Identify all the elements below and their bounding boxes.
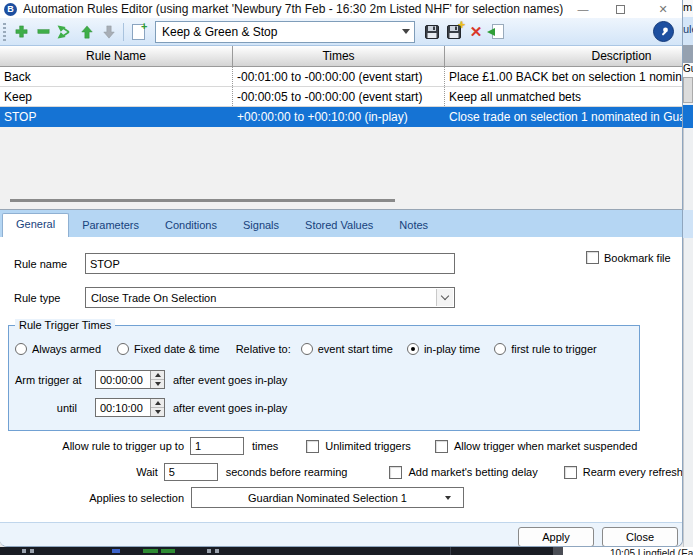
arm-trigger-at-label: Arm trigger at [15,374,95,386]
table-row-stop-selected[interactable]: STOP +00:00:00 to +00:10:00 (in-play) Cl… [0,107,683,127]
add-rule-icon[interactable] [10,21,32,43]
column-header-description[interactable]: Description [445,46,683,66]
rearm-refresh-checkbox[interactable] [564,466,577,479]
background-market-label: 10:05 Lingfield (Each Way) [563,547,693,555]
tab-stored-values[interactable]: Stored Values [292,215,386,237]
radio-icon-checked[interactable] [407,343,419,355]
until-time-value[interactable] [96,402,146,414]
spin-up-icon[interactable] [151,399,164,407]
strip-mark [30,549,34,553]
general-tab-panel: Rule name Bookmark file Rule type Close … [0,237,683,522]
until-suffix: after event goes in-play [173,402,287,414]
rule-type-label: Rule type [14,292,85,304]
table-row-back[interactable]: Back -00:01:00 to -00:00:00 (event start… [0,67,683,87]
rule-trigger-times-group: Rule Trigger Times Always armed Fixed da… [8,325,640,431]
toolbar-separator [123,23,124,41]
import-icon[interactable] [487,21,509,43]
minimize-button[interactable]: — [576,3,590,15]
background-ladder-strip [0,547,553,555]
duplicate-rule-icon[interactable] [54,21,76,43]
save-as-icon[interactable]: + [443,21,465,43]
betting-delay-checkbox-item[interactable]: Add market's betting delay [389,466,537,479]
arm-trigger-suffix: after event goes in-play [173,374,287,386]
tab-parameters[interactable]: Parameters [69,215,152,237]
strip-mark-green [143,549,158,553]
column-header-rule-name[interactable]: Rule Name [0,46,233,66]
chevron-down-icon[interactable] [436,289,453,306]
background-menu-fragment: m [683,0,693,17]
pin-window-icon[interactable] [653,21,674,42]
unlimited-triggers-checkbox-item[interactable]: Unlimited triggers [306,440,411,453]
rule-type-dropdown[interactable]: Close Trade On Selection [85,287,455,308]
spin-up-icon[interactable] [151,371,164,379]
allow-trigger-suspended-checkbox[interactable] [435,440,448,453]
radio-event-start-time[interactable]: event start time [301,343,393,355]
rules-table-header: Rule Name Times Description [0,46,683,67]
tab-conditions[interactable]: Conditions [152,215,230,237]
betting-delay-checkbox[interactable] [389,466,402,479]
tab-signals[interactable]: Signals [230,215,292,237]
radio-always-armed[interactable]: Always armed [15,343,101,355]
chevron-down-icon [402,29,410,34]
horizontal-scrollbar-thumb[interactable] [10,199,395,202]
table-row-keep[interactable]: Keep -00:00:05 to -00:00:00 (event start… [0,87,683,107]
until-time-spinner[interactable] [95,398,165,417]
rearm-refresh-checkbox-item[interactable]: Rearm every refresh [564,466,683,479]
trigger-limit-input[interactable] [190,437,244,455]
checkbox-label: Allow trigger when market suspended [454,440,637,452]
chevron-down-icon [445,496,451,500]
radio-icon[interactable] [15,343,27,355]
allow-trigger-suspended-checkbox-item[interactable]: Allow trigger when market suspended [435,440,637,453]
trigger-limit-suffix: times [252,440,278,452]
save-file-icon[interactable] [421,21,443,43]
arm-trigger-time-value[interactable] [96,374,146,386]
ruleset-combo[interactable]: Keep & Green & Stop [155,21,415,43]
background-toolbar-fragment: ule [683,17,693,45]
strip-mark [215,549,219,553]
automation-rules-editor-window: B Automation Rules Editor (using market … [0,0,683,547]
window-title: Automation Rules Editor (using market 'N… [23,2,563,16]
strip-mark [22,549,26,553]
title-bar[interactable]: B Automation Rules Editor (using market … [0,0,682,18]
ruleset-combo-value: Keep & Green & Stop [156,25,277,39]
move-down-icon[interactable] [98,21,120,43]
footer-bar: Apply Close [0,522,683,547]
radio-fixed-date-time[interactable]: Fixed date & time [117,343,220,355]
tab-notes[interactable]: Notes [386,215,441,237]
tab-general[interactable]: General [2,213,69,237]
arm-trigger-time-spinner[interactable] [95,370,165,389]
wait-seconds-input[interactable] [164,463,218,481]
apply-button[interactable]: Apply [518,527,594,547]
rules-table: Rule Name Times Description Back -00:01:… [0,46,683,210]
spin-down-icon[interactable] [151,379,164,388]
radio-in-play-time[interactable]: in-play time [407,343,480,355]
background-tabstrip-fragment [683,210,693,238]
maximize-button[interactable] [616,5,625,14]
column-header-times[interactable]: Times [233,46,445,66]
radio-first-rule-to-trigger[interactable]: first rule to trigger [494,343,597,355]
radio-icon[interactable] [117,343,129,355]
strip-mark [207,549,211,553]
cell-rule-name: Back [0,67,233,86]
radio-icon[interactable] [301,343,313,355]
app-icon: B [4,3,17,16]
delete-file-icon[interactable]: ✕ [465,21,487,43]
checkbox-label: Unlimited triggers [325,440,411,452]
unlimited-triggers-checkbox[interactable] [306,440,319,453]
bookmark-file-label: Bookmark file [604,252,671,264]
move-up-icon[interactable] [76,21,98,43]
background-market-text: 10:05 Lingfield (Each Way) [610,548,693,555]
until-label: until [15,402,95,414]
rule-name-input[interactable] [85,253,455,274]
cell-times: -00:00:05 to -00:00:00 (event start) [233,87,445,106]
new-file-icon[interactable]: + [127,21,149,43]
close-window-button[interactable]: ✕ [656,3,670,16]
close-button[interactable]: Close [602,527,678,547]
radio-icon[interactable] [494,343,506,355]
background-statusbar: 10:05 Lingfield (Each Way) [0,547,693,555]
spin-down-icon[interactable] [151,407,164,416]
applies-to-selection-dropdown[interactable]: Guardian Nominated Selection 1 [191,487,464,508]
remove-rule-icon[interactable] [32,21,54,43]
bookmark-file-checkbox[interactable] [586,251,599,264]
radio-label: Always armed [32,343,101,355]
